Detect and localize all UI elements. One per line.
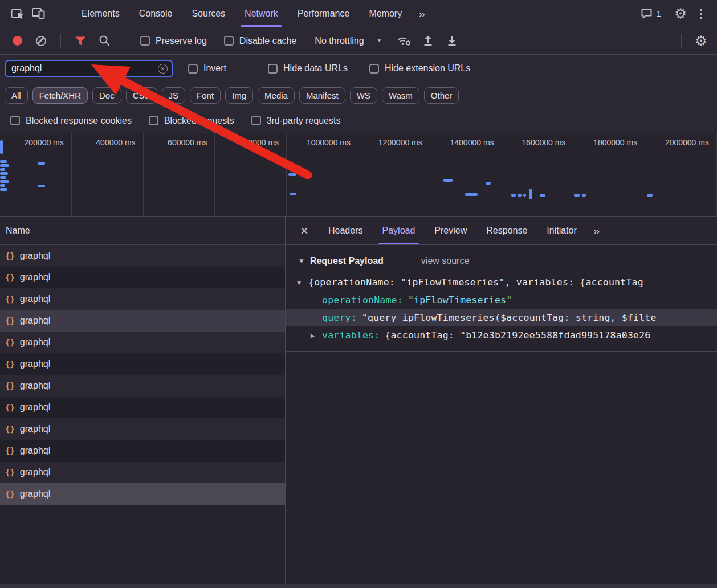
request-timing-bar[interactable]	[518, 194, 522, 197]
export-har-button[interactable]	[442, 31, 462, 51]
more-detail-tabs-icon[interactable]: »	[586, 224, 607, 238]
import-har-button[interactable]	[418, 31, 438, 51]
detail-tab-headers[interactable]: Headers	[319, 217, 372, 244]
filter-chip-doc[interactable]: Doc	[92, 87, 121, 104]
filter-chip-manifest[interactable]: Manifest	[299, 87, 345, 104]
request-row[interactable]: {}graphql	[0, 310, 285, 332]
detail-tab-preview[interactable]: Preview	[425, 217, 476, 244]
search-button[interactable]	[94, 31, 115, 51]
invert-checkbox[interactable]: Invert	[188, 63, 226, 74]
filter-chip-img[interactable]: Img	[225, 87, 253, 104]
device-toolbar-icon[interactable]	[28, 3, 49, 24]
payload-entry-variables[interactable]: ▶ variables: {accountTag: "b12e3b2192ee5…	[286, 326, 717, 344]
request-timing-bar[interactable]	[0, 140, 3, 154]
inspect-element-icon[interactable]	[8, 3, 28, 24]
tab-sources[interactable]: Sources	[182, 0, 235, 27]
payload-entry-query[interactable]: query: "query ipFlowTimeseries($accountT…	[286, 309, 717, 326]
request-name: graphql	[20, 424, 50, 434]
preserve-log-checkbox[interactable]: Preserve log	[140, 36, 207, 46]
request-timing-bar[interactable]	[38, 185, 45, 187]
request-row[interactable]: {}graphql	[0, 483, 285, 505]
filter-chip-other[interactable]: Other	[424, 87, 459, 104]
network-settings-gear-icon[interactable]: ⚙	[691, 31, 711, 51]
request-row[interactable]: {}graphql	[0, 332, 285, 353]
filter-toggle-button[interactable]	[70, 31, 91, 51]
request-timing-bar[interactable]	[38, 162, 45, 165]
collapse-arrow-icon[interactable]: ▼	[297, 279, 301, 287]
filter-chip-media[interactable]: Media	[258, 87, 295, 104]
request-timing-bar[interactable]	[0, 168, 5, 171]
filter-chip-js[interactable]: JS	[162, 87, 186, 104]
expand-arrow-icon[interactable]: ▶	[311, 332, 315, 340]
filter-chip-wasm[interactable]: Wasm	[382, 87, 419, 104]
filter-chip-all[interactable]: All	[5, 87, 28, 104]
throttling-select[interactable]: No throttling ▼	[315, 36, 382, 46]
clear-filter-icon[interactable]: ✕	[158, 64, 168, 74]
clear-network-log-button[interactable]	[31, 31, 51, 51]
request-timing-bar[interactable]	[0, 172, 8, 175]
request-row[interactable]: {}graphql	[0, 267, 285, 288]
message-bubble-icon	[641, 8, 653, 19]
network-conditions-button[interactable]	[394, 31, 414, 51]
request-timing-bar[interactable]	[540, 194, 545, 197]
request-row[interactable]: {}graphql	[0, 353, 285, 375]
request-timing-bar[interactable]	[443, 179, 453, 182]
more-tabs-icon[interactable]: »	[412, 7, 432, 21]
request-timing-bar[interactable]	[574, 194, 580, 197]
request-timing-bar[interactable]	[0, 176, 6, 179]
detail-tab-response[interactable]: Response	[476, 217, 537, 244]
kebab-menu-icon[interactable]	[691, 3, 711, 24]
request-timing-bar[interactable]	[529, 189, 532, 199]
detail-tab-payload[interactable]: Payload	[373, 217, 425, 244]
view-source-link[interactable]: view source	[421, 256, 469, 266]
close-panel-button[interactable]: ×	[295, 223, 314, 239]
detail-tab-initiator[interactable]: Initiator	[537, 217, 586, 244]
tab-elements[interactable]: Elements	[72, 0, 129, 27]
request-timing-bar[interactable]	[647, 194, 653, 197]
request-timing-bar[interactable]	[0, 164, 9, 167]
request-timing-bar[interactable]	[0, 184, 5, 187]
settings-gear-icon[interactable]: ⚙	[670, 3, 691, 24]
disable-cache-checkbox[interactable]: Disable cache	[224, 36, 297, 46]
request-timing-bar[interactable]	[0, 188, 7, 191]
blocked-requests-checkbox[interactable]: Blocked requests	[149, 116, 234, 126]
request-timing-bar[interactable]	[582, 194, 586, 197]
record-network-log-button[interactable]	[7, 31, 27, 51]
detail-tabs-list: HeadersPayloadPreviewResponseInitiator	[319, 217, 586, 244]
issues-counter[interactable]: 1	[641, 8, 661, 19]
filter-input[interactable]	[6, 63, 158, 74]
payload-summary-row[interactable]: ▼ {operationName: "ipFlowTimeseries", va…	[286, 273, 717, 291]
tab-network[interactable]: Network	[235, 0, 288, 27]
request-row[interactable]: {}graphql	[0, 375, 285, 397]
request-row[interactable]: {}graphql	[0, 397, 285, 418]
request-timing-bar[interactable]	[523, 194, 526, 197]
request-row[interactable]: {}graphql	[0, 288, 285, 310]
horizontal-scrollbar[interactable]	[0, 584, 717, 588]
name-column-header[interactable]: Name	[0, 217, 285, 245]
filter-chip-ws[interactable]: WS	[350, 87, 377, 104]
request-row[interactable]: {}graphql	[0, 462, 285, 483]
collapse-arrow-icon[interactable]: ▼	[298, 257, 305, 265]
tab-memory[interactable]: Memory	[359, 0, 412, 27]
payload-entry-operation-name[interactable]: operationName: "ipFlowTimeseries"	[286, 291, 717, 309]
request-timing-bar[interactable]	[465, 193, 478, 196]
request-row[interactable]: {}graphql	[0, 440, 285, 462]
blocked-response-cookies-checkbox[interactable]: Blocked response cookies	[10, 116, 132, 126]
request-timing-bar[interactable]	[0, 160, 7, 163]
third-party-requests-checkbox[interactable]: 3rd-party requests	[251, 116, 341, 126]
filter-chip-css[interactable]: CSS	[126, 87, 157, 104]
hide-extension-urls-checkbox[interactable]: Hide extension URLs	[369, 63, 470, 74]
request-row[interactable]: {}graphql	[0, 418, 285, 440]
tab-performance[interactable]: Performance	[288, 0, 360, 27]
request-timing-bar[interactable]	[288, 173, 296, 176]
request-timing-bar[interactable]	[511, 194, 516, 197]
request-timing-bar[interactable]	[0, 180, 9, 183]
request-row[interactable]: {}graphql	[0, 245, 285, 267]
tab-console[interactable]: Console	[129, 0, 182, 27]
filter-chip-fetch-xhr[interactable]: Fetch/XHR	[32, 87, 88, 104]
request-timing-bar[interactable]	[486, 182, 491, 185]
hide-data-urls-checkbox[interactable]: Hide data URLs	[268, 63, 348, 74]
filter-chip-font[interactable]: Font	[190, 87, 221, 104]
network-overview-timeline[interactable]: 200000 ms400000 ms600000 ms800000 ms1000…	[0, 133, 717, 217]
request-timing-bar[interactable]	[290, 193, 296, 195]
